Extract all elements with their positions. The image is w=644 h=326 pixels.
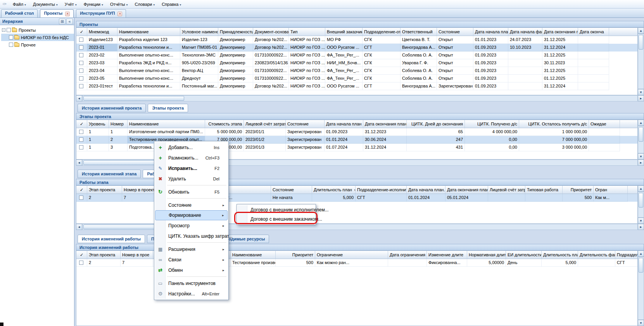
tree-checkbox[interactable] — [9, 35, 13, 39]
column-header[interactable]: ✓ — [76, 28, 87, 36]
menubar-item-1[interactable]: Документы▾ — [29, 1, 61, 8]
row-checkbox[interactable] — [79, 130, 83, 134]
row-checkbox[interactable] — [79, 45, 83, 50]
tree-node-niokr[interactable]: НИОКР по ГОЗ без НДС — [1, 34, 74, 41]
context-menu-item-1[interactable]: +Размножить...Ctrl+F3 — [155, 153, 228, 163]
menubar-item-6[interactable]: Справка▾ — [158, 1, 185, 8]
column-header[interactable]: Подразделение-от — [363, 28, 401, 36]
row-checkbox[interactable] — [79, 137, 83, 142]
column-header[interactable]: ЦИТК. Дней до окончания — [407, 120, 465, 128]
menubar-item-0[interactable]: Файл▾ — [9, 1, 29, 8]
collapse-panel-icon[interactable]: « — [66, 19, 73, 24]
column-header[interactable]: Дата ограничения — [388, 251, 427, 259]
table-row[interactable]: 2023-01Разработка технологии и...Магнит … — [76, 44, 637, 51]
table-row[interactable]: 2023-02Выполнение опытно-конс...Технолог… — [76, 51, 637, 59]
projects-horizontal-scrollbar[interactable]: ◄ ► — [76, 95, 644, 101]
scroll-thumb[interactable] — [639, 35, 643, 50]
submenu-item-1[interactable]: Договор с внешним заказчиком... — [238, 214, 315, 224]
context-menu-item-17[interactable]: ⚙Настройки...Alt+Enter — [155, 288, 228, 299]
column-header[interactable]: ЦИТК. Осталось получить д/с — [519, 120, 589, 128]
tab-project-history[interactable]: История изменений проекта — [78, 104, 146, 112]
scroll-track[interactable] — [638, 192, 644, 218]
row-checkbox[interactable] — [79, 261, 83, 265]
menubar-item-2[interactable]: Учёт▾ — [61, 1, 80, 8]
column-header[interactable]: Подразделение-исполнитель. — [356, 186, 407, 194]
column-header[interactable]: Дата окончания план — [445, 186, 488, 194]
scroll-up-arrow-icon[interactable]: ▲ — [638, 185, 644, 192]
column-header[interactable]: ЕИ длительности — [506, 251, 542, 259]
context-menu-item-13[interactable]: ∞Связи▸ — [155, 254, 228, 265]
column-header[interactable]: Мнемокод — [87, 28, 117, 36]
column-header[interactable]: Наименование — [231, 251, 276, 259]
tab-stage-history[interactable]: История изменений этапа — [78, 170, 141, 178]
column-header[interactable]: Этап проекта — [87, 186, 122, 194]
column-header[interactable]: Состояние — [271, 186, 312, 194]
tree-checkbox[interactable] — [7, 28, 11, 32]
tab-project-stages[interactable]: Этапы проекта — [148, 104, 188, 112]
column-header[interactable]: Этап проекта — [87, 251, 121, 259]
menubar-item-4[interactable]: Отчёты▾ — [107, 1, 131, 8]
column-header[interactable]: Дата начала план. — [407, 186, 445, 194]
column-header[interactable]: Принадлежность — [218, 28, 253, 36]
row-checkbox[interactable] — [79, 53, 83, 57]
tree-node-projects[interactable]: − Проекты — [1, 26, 74, 34]
context-menu-item-0[interactable]: +Добавить...Ins — [155, 142, 228, 153]
table-row[interactable]: 2023-05Выполнение опытно-конс...Дредноут… — [76, 75, 637, 82]
column-header[interactable]: Длительность фак — [578, 251, 615, 259]
column-header[interactable]: Номер в проекте — [122, 186, 158, 194]
column-header[interactable]: Дата начала план — [325, 120, 363, 128]
row-checkbox[interactable] — [79, 69, 83, 73]
tab-instructions-pup[interactable]: Инструкции ПУП× — [76, 9, 126, 17]
scroll-down-arrow-icon[interactable]: ▼ — [638, 153, 644, 160]
history-vertical-scrollbar[interactable]: ▲ ▼ — [638, 251, 644, 326]
context-menu-item-7[interactable]: Состояние▸ — [155, 200, 228, 210]
scroll-right-arrow-icon[interactable]: ► — [638, 224, 644, 230]
column-header[interactable]: Ограничение — [315, 251, 388, 259]
scroll-up-arrow-icon[interactable]: ▲ — [638, 120, 644, 126]
projects-vertical-scrollbar[interactable]: ▲ ▼ — [638, 27, 644, 95]
context-menu-item-14[interactable]: ⇄Обмен▸ — [155, 265, 228, 275]
column-header[interactable]: Длительность пла — [542, 251, 578, 259]
scroll-down-arrow-icon[interactable]: ▼ — [638, 218, 644, 224]
scroll-left-arrow-icon[interactable]: ◄ — [76, 95, 82, 101]
column-header[interactable]: Состояние — [286, 120, 325, 128]
table-row[interactable]: 11Изготовление опытной партии ПМ0...5 00… — [76, 128, 637, 136]
column-header[interactable]: ✓ — [76, 120, 87, 128]
context-menu-item-16[interactable]: ▭Панель инструментов — [155, 278, 228, 288]
scroll-thumb[interactable] — [639, 193, 643, 208]
scroll-thumb[interactable] — [639, 127, 643, 142]
row-checkbox[interactable] — [79, 145, 83, 149]
column-header[interactable]: Документ-основан — [253, 28, 289, 36]
context-menu-item-8[interactable]: Формирование▸ — [155, 210, 228, 220]
context-menu-item-10[interactable]: ЦИТК. Указать шифр затрат... — [155, 231, 228, 241]
scroll-thumb[interactable] — [639, 258, 643, 273]
row-checkbox[interactable] — [79, 61, 83, 65]
column-header[interactable]: Длительность план▼ — [312, 186, 356, 194]
column-header[interactable]: ЦИТК. Получено д/с — [465, 120, 519, 128]
table-row[interactable]: Изделие123Разработка изделия 123Изделие-… — [76, 36, 637, 44]
tree-checkbox[interactable] — [9, 43, 13, 47]
works-vertical-scrollbar[interactable]: ▲ ▼ — [638, 185, 644, 224]
column-header[interactable]: Дата начала план. — [473, 28, 508, 36]
scroll-left-arrow-icon[interactable]: ◄ — [76, 160, 82, 166]
column-header[interactable]: Дата начала факт. — [508, 28, 542, 36]
tab-projects[interactable]: Проекты× — [40, 9, 74, 17]
column-header[interactable]: Подразделение — [615, 251, 638, 259]
context-menu-item-3[interactable]: ✖УдалитьDel — [155, 173, 228, 184]
column-header[interactable]: Номер в прое — [121, 251, 153, 259]
column-header[interactable]: Приоритет — [276, 251, 315, 259]
column-header[interactable]: Лицевой счёт затр — [488, 186, 525, 194]
scroll-track[interactable] — [638, 126, 644, 153]
column-header[interactable]: Тип — [289, 28, 325, 36]
menubar-item-5[interactable]: Словари▾ — [131, 1, 158, 8]
column-header[interactable]: Огран — [594, 186, 628, 194]
scroll-track[interactable] — [82, 95, 638, 101]
context-menu-item-2[interactable]: ✎Исправить...F2 — [155, 163, 228, 173]
tab-desktop[interactable]: Рабочий стол — [1, 9, 38, 17]
hierarchy-tool-icon[interactable]: ⊞ — [59, 19, 66, 24]
column-header[interactable]: Внешний заказчик — [325, 28, 363, 36]
column-header[interactable]: Ожидае — [589, 120, 620, 128]
scroll-thumb[interactable] — [83, 96, 184, 101]
close-tab-icon[interactable]: × — [117, 12, 122, 16]
column-header[interactable]: Типовая работа — [525, 186, 563, 194]
